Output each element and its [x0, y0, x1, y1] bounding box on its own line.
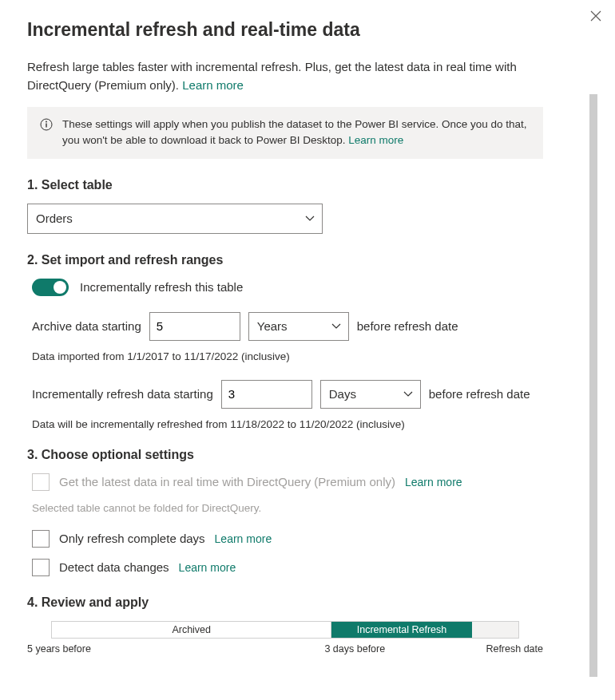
info-icon [40, 118, 53, 131]
dialog-subtitle: Refresh large tables faster with increme… [27, 58, 583, 94]
section-4-heading: 4. Review and apply [27, 595, 583, 610]
info-learn-more-link[interactable]: Learn more [348, 134, 403, 146]
refresh-hint: Data will be incrementally refreshed fro… [27, 418, 583, 430]
incremental-refresh-toggle[interactable] [32, 279, 69, 296]
refresh-value-input[interactable] [221, 380, 312, 409]
subtitle-text: Refresh large tables faster with increme… [27, 60, 517, 92]
directquery-disabled-hint: Selected table cannot be folded for Dire… [27, 502, 583, 514]
timeline-archived-segment: Archived [52, 622, 331, 638]
timeline-labels: 5 years before 3 days before Refresh dat… [27, 643, 543, 656]
timeline-label-left: 5 years before [27, 643, 91, 655]
incremental-refresh-dialog: Incremental refresh and real-time data R… [0, 0, 615, 700]
refresh-unit-value: Days [329, 387, 356, 401]
section-1-heading: 1. Select table [27, 178, 583, 192]
archive-unit-value: Years [257, 319, 288, 333]
archive-label-post: before refresh date [357, 319, 458, 333]
scrollbar[interactable] [589, 94, 597, 677]
info-text-body: These settings will apply when you publi… [62, 118, 527, 146]
table-select[interactable]: Orders [27, 204, 323, 234]
timeline-label-right: Refresh date [486, 643, 543, 655]
info-banner: These settings will apply when you publi… [27, 107, 543, 159]
section-3-heading: 3. Choose optional settings [27, 448, 583, 462]
dialog-title: Incremental refresh and real-time data [27, 19, 615, 41]
section-2-heading: 2. Set import and refresh ranges [27, 253, 583, 267]
timeline-label-mid: 3 days before [324, 643, 385, 655]
directquery-learn-more-link[interactable]: Learn more [405, 476, 462, 488]
close-icon [590, 10, 601, 22]
refresh-label-post: before refresh date [429, 387, 530, 401]
archive-hint: Data imported from 1/1/2017 to 11/17/202… [27, 350, 583, 362]
timeline-bar: Archived Incremental Refresh [51, 621, 519, 639]
timeline-incremental-segment: Incremental Refresh [331, 622, 471, 638]
detect-changes-learn-more-link[interactable]: Learn more [179, 561, 236, 574]
refresh-unit-select[interactable]: Days [320, 380, 421, 409]
table-select-value: Orders [27, 204, 323, 234]
toggle-label: Incrementally refresh this table [80, 280, 243, 294]
svg-rect-2 [46, 124, 46, 128]
toggle-knob [54, 281, 66, 294]
timeline-future-segment [472, 622, 518, 638]
timeline: Archived Incremental Refresh 5 years bef… [27, 621, 543, 656]
info-text: These settings will apply when you publi… [62, 117, 530, 149]
archive-label-pre: Archive data starting [32, 319, 141, 333]
archive-unit-select[interactable]: Years [248, 312, 349, 341]
complete-days-checkbox[interactable] [32, 530, 50, 548]
detect-changes-checkbox[interactable] [32, 559, 50, 576]
learn-more-link-main[interactable]: Learn more [182, 78, 244, 92]
close-button[interactable] [588, 8, 604, 24]
archive-value-input[interactable] [149, 312, 240, 341]
directquery-label: Get the latest data in real time with Di… [59, 475, 395, 488]
svg-point-1 [46, 121, 47, 123]
refresh-label-pre: Incrementally refresh data starting [32, 387, 213, 401]
complete-days-learn-more-link[interactable]: Learn more [215, 532, 272, 545]
directquery-checkbox [32, 473, 50, 491]
detect-changes-label: Detect data changes [59, 560, 169, 574]
complete-days-label: Only refresh complete days [59, 532, 205, 545]
